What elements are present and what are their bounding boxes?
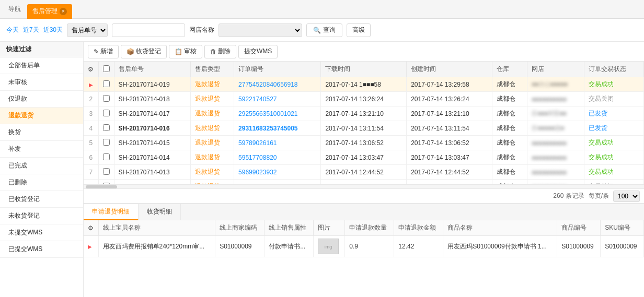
query-button[interactable]: 🔍 查询 — [306, 23, 342, 37]
search-input[interactable] — [112, 23, 185, 37]
sidebar-item-not_submitted_wms[interactable]: 未提交WMS — [0, 224, 83, 241]
nav-tab-after-sale[interactable]: 售后管理 × — [27, 4, 72, 19]
after-sale-num: SH-20170714-013 — [114, 165, 191, 180]
row-checkbox-cell[interactable] — [98, 106, 114, 121]
sidebar-item-completed[interactable]: 已完成 — [0, 158, 83, 174]
row-checkbox-cell[interactable] — [98, 121, 114, 136]
sidebar-item-supplement[interactable]: 补发 — [0, 141, 83, 158]
sidebar-item-deleted[interactable]: 已删除 — [0, 174, 83, 191]
sidebar-item-not_received[interactable]: 未收货登记 — [0, 208, 83, 224]
row-checkbox[interactable] — [103, 168, 110, 175]
sidebar-item-all[interactable]: 全部售后单 — [0, 57, 83, 74]
seller-code: S01000009 — [215, 236, 264, 257]
after-sale-num: SH-20170714-019 — [114, 77, 191, 92]
create-time: 2017-07-14 11:47:51 — [407, 180, 492, 185]
after-sale-type: 退款退货 — [191, 150, 234, 165]
after-sale-type: 退款退货 — [191, 77, 234, 92]
row-checkbox[interactable] — [103, 124, 110, 131]
table-row[interactable]: 3 SH-20170714-017 退款退货 29255663510001021… — [84, 106, 644, 121]
plus-icon: ✎ — [94, 48, 99, 55]
close-icon[interactable]: × — [60, 8, 67, 15]
field-select[interactable]: 售后单号 — [67, 23, 108, 37]
create-time: 2017-07-14 12:44:52 — [407, 165, 492, 180]
settings-col-header[interactable]: ⚙ — [84, 62, 98, 77]
row-checkbox[interactable] — [103, 95, 110, 102]
shop: ■■■■■■■■■■ — [527, 165, 584, 180]
audit-button[interactable]: 📋 审核 — [169, 45, 202, 58]
sidebar-item-received_reg[interactable]: 已收货登记 — [0, 191, 83, 208]
audit-icon: 📋 — [175, 48, 182, 55]
after-sale-num: SH-20170714-014 — [114, 150, 191, 165]
table-row[interactable]: 8 SH-20170714-012 退款退货 13482359575155656… — [84, 180, 644, 185]
submit-wms-button[interactable]: 提交WMS — [238, 45, 278, 58]
row-checkbox[interactable] — [103, 80, 110, 87]
receive-button[interactable]: 📦 收货登记 — [121, 45, 167, 58]
row-play-cell: 8 — [84, 180, 98, 185]
sidebar-item-exchange[interactable]: 换货 — [0, 124, 83, 141]
week7-filter[interactable]: 近7天 — [23, 26, 39, 34]
per-page-select[interactable]: 100 — [613, 191, 640, 202]
row-checkbox[interactable] — [103, 139, 110, 146]
detail-tab-refund_detail[interactable]: 申请退货明细 — [84, 204, 139, 220]
trade-num: 13482359575155656 — [234, 180, 321, 185]
sidebar-item-unaudited[interactable]: 未审核 — [0, 74, 83, 91]
row-checkbox[interactable] — [103, 110, 110, 116]
trade-status: 交易成功 — [584, 136, 644, 150]
warehouse: 成都仓 — [492, 77, 527, 92]
add-button[interactable]: ✎ 新增 — [88, 45, 119, 58]
sidebar-item-submitted_wms[interactable]: 已提交WMS — [0, 241, 83, 258]
table-row[interactable]: 4 SH-20170714-016 退款退货 29311683253745005… — [84, 121, 644, 136]
col-warehouse: 仓库 — [492, 62, 527, 77]
row-checkbox-cell[interactable] — [98, 165, 114, 180]
row-checkbox-cell[interactable] — [98, 77, 114, 92]
table-row[interactable]: 7 SH-20170714-013 退款退货 59699023932 2017-… — [84, 165, 644, 180]
detail-header-row: ⚙ 线上宝贝名称 线上商家编码 线上销售属性 图片 申请退款数量 申请退款金额 … — [84, 220, 644, 236]
create-time: 2017-07-14 13:11:54 — [407, 121, 492, 136]
detail-play-cell: ▶ — [84, 236, 98, 257]
shop-label: 网店名称 — [189, 26, 214, 34]
shop-select[interactable] — [218, 23, 302, 37]
download-time: 2017-07-14 11:47:51 — [321, 180, 407, 185]
row-checkbox-cell[interactable] — [98, 180, 114, 185]
delete-button[interactable]: 🗑 删除 — [204, 45, 236, 58]
per-page-label: 每页/条 — [589, 192, 609, 200]
sidebar-header: 快速过滤 — [0, 42, 83, 57]
toolbar: ✎ 新增 📦 收货登记 📋 审核 🗑 删除 提交WMS — [84, 42, 644, 62]
trade-num: 59221740527 — [234, 92, 321, 106]
trade-status: 交易成功 — [584, 165, 644, 180]
row-checkbox-cell[interactable] — [98, 92, 114, 106]
row-checkbox-cell[interactable] — [98, 150, 114, 165]
table-row[interactable]: 6 SH-20170714-014 退款退货 59517708820 2017-… — [84, 150, 644, 165]
total-count: 260 条记录 — [553, 192, 584, 200]
col-after-sale-num: 售后单号 — [114, 62, 191, 77]
shop: ■■■■■■■■■■ — [527, 180, 584, 185]
advanced-button[interactable]: 高级 — [347, 23, 371, 37]
row-play-cell: 3 — [84, 106, 98, 121]
detail-tab-receive_detail[interactable]: 收货明细 — [139, 204, 181, 220]
month30-filter[interactable]: 近30天 — [43, 26, 63, 34]
table-row[interactable]: 5 SH-20170714-015 退款退货 59789026161 2017-… — [84, 136, 644, 150]
play-icon: ▶ — [88, 244, 92, 250]
col-after-sale-type: 售后类型 — [191, 62, 234, 77]
sidebar-item-refund_only[interactable]: 仅退款 — [0, 91, 83, 108]
row-play-cell: ▶ — [84, 77, 98, 92]
table-row[interactable]: 2 SH-20170714-018 退款退货 59221740527 2017-… — [84, 92, 644, 106]
warehouse: 成都仓 — [492, 165, 527, 180]
goods-code: S01000009 — [557, 236, 601, 257]
sidebar-item-refund_return[interactable]: 退款退货 — [0, 108, 83, 124]
create-time: 2017-07-14 13:29:58 — [407, 77, 492, 92]
detail-table-row[interactable]: ▶ 用友西玛费用报销单240*120mm审... S01000009 付款申请书… — [84, 236, 644, 257]
product-name: 用友西玛费用报销单240*120mm审... — [98, 236, 215, 257]
today-filter[interactable]: 今天 — [6, 26, 19, 34]
after-sale-type: 退款退货 — [191, 106, 234, 121]
download-time: 2017-07-14 13:11:54 — [321, 121, 407, 136]
checkbox-col-header[interactable] — [98, 62, 114, 77]
row-play-cell: 6 — [84, 150, 98, 165]
select-all-checkbox[interactable] — [103, 65, 110, 72]
after-sale-num: SH-20170714-012 — [114, 180, 191, 185]
main-table-wrap: ⚙ 售后单号 售后类型 订单编号 下载时间 创建时间 仓库 网店 订单交易状态 — [84, 62, 644, 184]
detail-table-wrap: ⚙ 线上宝贝名称 线上商家编码 线上销售属性 图片 申请退款数量 申请退款金额 … — [84, 220, 644, 297]
row-checkbox-cell[interactable] — [98, 136, 114, 150]
table-row[interactable]: ▶ SH-20170714-019 退款退货 27754520840656918… — [84, 77, 644, 92]
row-checkbox[interactable] — [103, 153, 110, 160]
